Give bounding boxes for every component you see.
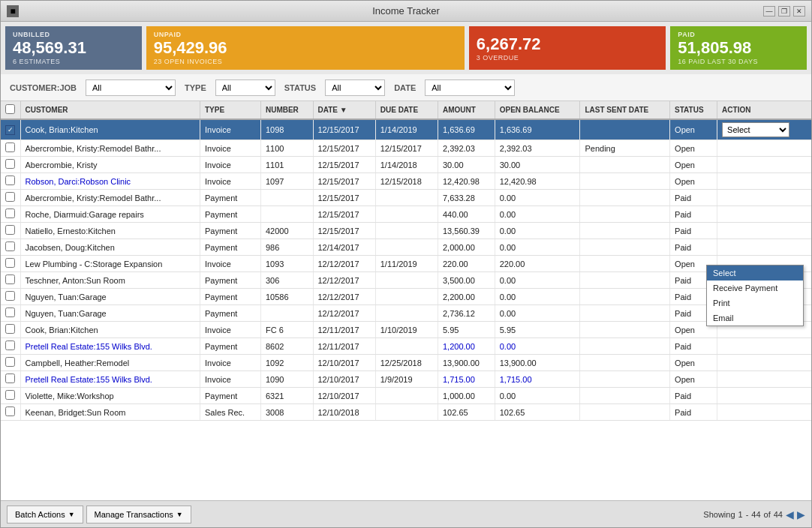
- row-checkbox[interactable]: [5, 357, 15, 367]
- row-checkbox-cell[interactable]: [1, 322, 20, 338]
- close-button[interactable]: ✕: [793, 6, 805, 16]
- row-checkbox[interactable]: [5, 242, 15, 251]
- row-checkbox[interactable]: [5, 324, 15, 334]
- amount-header[interactable]: AMOUNT: [438, 101, 495, 119]
- row-checkbox[interactable]: [5, 258, 15, 268]
- table-row[interactable]: Abercrombie, Kristy:Remodel Bathr... Pay…: [1, 190, 811, 206]
- unbilled-card[interactable]: UNBILLED 48,569.31 6 ESTIMATES: [5, 26, 142, 70]
- row-checkbox[interactable]: [5, 159, 15, 169]
- overdue-card[interactable]: 6,267.72 3 OVERDUE: [469, 26, 666, 70]
- table-row[interactable]: Abercrombie, Kristy Invoice 1101 12/15/2…: [1, 157, 811, 173]
- dropdown-print[interactable]: Print: [707, 296, 803, 310]
- row-checkbox-cell[interactable]: [1, 190, 20, 206]
- row-type: Payment: [200, 223, 260, 239]
- row-checkbox-cell[interactable]: [1, 157, 20, 173]
- row-checkbox[interactable]: [5, 176, 15, 185]
- batch-actions-button[interactable]: Batch Actions ▼: [7, 506, 83, 524]
- customer-job-select[interactable]: All: [86, 80, 176, 96]
- row-checkbox[interactable]: [5, 406, 15, 416]
- row-checkbox[interactable]: [5, 208, 15, 218]
- row-checkbox-cell[interactable]: [1, 289, 20, 305]
- row-action[interactable]: [717, 239, 811, 256]
- row-checkbox-cell[interactable]: ✓: [1, 119, 20, 140]
- minimize-button[interactable]: —: [763, 6, 775, 16]
- table-row[interactable]: Cook, Brian:Kitchen Invoice FC 6 12/11/2…: [1, 322, 811, 338]
- select-all-checkbox[interactable]: [5, 104, 15, 114]
- dropdown-select[interactable]: Select: [707, 266, 803, 280]
- row-checkbox-cell[interactable]: [1, 206, 20, 223]
- table-row[interactable]: Pretell Real Estate:155 Wilks Blvd. Paym…: [1, 338, 811, 355]
- row-action[interactable]: [717, 173, 811, 190]
- row-action[interactable]: [717, 338, 811, 355]
- row-checkbox[interactable]: [5, 291, 15, 301]
- status-header[interactable]: STATUS: [670, 101, 717, 119]
- next-page-button[interactable]: ▶: [797, 508, 805, 520]
- row-action[interactable]: [717, 355, 811, 371]
- paid-card[interactable]: PAID 51,805.98 16 PAID LAST 30 DAYS: [670, 26, 807, 70]
- due-date-header[interactable]: DUE DATE: [375, 101, 438, 119]
- table-row[interactable]: Abercrombie, Kristy:Remodel Bathr... Inv…: [1, 140, 811, 157]
- row-checkbox[interactable]: ✓: [5, 125, 15, 135]
- table-row[interactable]: Jacobsen, Doug:Kitchen Payment 986 12/14…: [1, 239, 811, 256]
- row-action[interactable]: [717, 157, 811, 173]
- number-header[interactable]: NUMBER: [260, 101, 313, 119]
- table-row[interactable]: Natiello, Ernesto:Kitchen Payment 42000 …: [1, 223, 811, 239]
- restore-button[interactable]: ❐: [778, 6, 790, 16]
- table-row[interactable]: Roche, Diarmuid:Garage repairs Payment 1…: [1, 206, 811, 223]
- status-select[interactable]: All: [325, 80, 385, 96]
- table-row[interactable]: Robson, Darci:Robson Clinic Invoice 1097…: [1, 173, 811, 190]
- row-checkbox[interactable]: [5, 142, 15, 152]
- dropdown-email[interactable]: Email: [707, 310, 803, 326]
- row-checkbox[interactable]: [5, 192, 15, 202]
- date-header[interactable]: DATE ▼: [313, 101, 375, 119]
- customer-header[interactable]: CUSTOMER: [20, 101, 200, 119]
- table-row[interactable]: Violette, Mike:Workshop Payment 6321 12/…: [1, 388, 811, 404]
- last-sent-header[interactable]: LAST SENT DATE: [580, 101, 670, 119]
- row-checkbox-cell[interactable]: [1, 371, 20, 388]
- row-action[interactable]: SelectReceive PaymentPrintEmail: [717, 119, 811, 140]
- table-wrapper[interactable]: CUSTOMER TYPE NUMBER DATE ▼ DUE DATE AMO…: [1, 101, 811, 500]
- table-row[interactable]: Campbell, Heather:Remodel Invoice 1092 1…: [1, 355, 811, 371]
- row-checkbox-cell[interactable]: [1, 305, 20, 322]
- type-header[interactable]: TYPE: [200, 101, 260, 119]
- row-action[interactable]: [717, 190, 811, 206]
- unpaid-card[interactable]: UNPAID 95,429.96 23 OPEN INVOICES: [146, 26, 465, 70]
- row-action[interactable]: [717, 388, 811, 404]
- table-row[interactable]: Nguyen, Tuan:Garage Payment 12/12/2017 2…: [1, 305, 811, 322]
- table-row[interactable]: ✓ Cook, Brian:Kitchen Invoice 1098 12/15…: [1, 119, 811, 140]
- row-action[interactable]: [717, 140, 811, 157]
- row-checkbox[interactable]: [5, 308, 15, 317]
- row-checkbox-cell[interactable]: [1, 140, 20, 157]
- row-checkbox-cell[interactable]: [1, 404, 20, 421]
- row-checkbox[interactable]: [5, 225, 15, 235]
- row-checkbox-cell[interactable]: [1, 388, 20, 404]
- row-checkbox[interactable]: [5, 340, 15, 350]
- row-action[interactable]: [717, 371, 811, 388]
- table-row[interactable]: Teschner, Anton:Sun Room Payment 306 12/…: [1, 272, 811, 289]
- row-checkbox-cell[interactable]: [1, 338, 20, 355]
- row-checkbox-cell[interactable]: [1, 256, 20, 272]
- row-action[interactable]: [717, 223, 811, 239]
- action-select[interactable]: SelectReceive PaymentPrintEmail: [722, 122, 789, 137]
- row-checkbox[interactable]: [5, 374, 15, 383]
- row-checkbox[interactable]: [5, 274, 15, 284]
- table-row[interactable]: Pretell Real Estate:155 Wilks Blvd. Invo…: [1, 371, 811, 388]
- row-checkbox-cell[interactable]: [1, 355, 20, 371]
- row-action[interactable]: [717, 404, 811, 421]
- row-checkbox-cell[interactable]: [1, 223, 20, 239]
- date-select[interactable]: All: [425, 80, 515, 96]
- prev-page-button[interactable]: ◀: [786, 508, 794, 520]
- select-all-header[interactable]: [1, 101, 20, 119]
- table-row[interactable]: Lew Plumbing - C:Storage Expansion Invoi…: [1, 256, 811, 272]
- row-checkbox[interactable]: [5, 390, 15, 400]
- type-select[interactable]: All: [215, 80, 275, 96]
- row-checkbox-cell[interactable]: [1, 272, 20, 289]
- row-checkbox-cell[interactable]: [1, 239, 20, 256]
- table-row[interactable]: Nguyen, Tuan:Garage Payment 10586 12/12/…: [1, 289, 811, 305]
- manage-transactions-button[interactable]: Manage Transactions ▼: [86, 506, 191, 524]
- table-row[interactable]: Keenan, Bridget:Sun Room Sales Rec. 3008…: [1, 404, 811, 421]
- dropdown-receive-payment[interactable]: Receive Payment: [707, 280, 803, 296]
- row-checkbox-cell[interactable]: [1, 173, 20, 190]
- open-balance-header[interactable]: OPEN BALANCE: [495, 101, 580, 119]
- row-action[interactable]: [717, 206, 811, 223]
